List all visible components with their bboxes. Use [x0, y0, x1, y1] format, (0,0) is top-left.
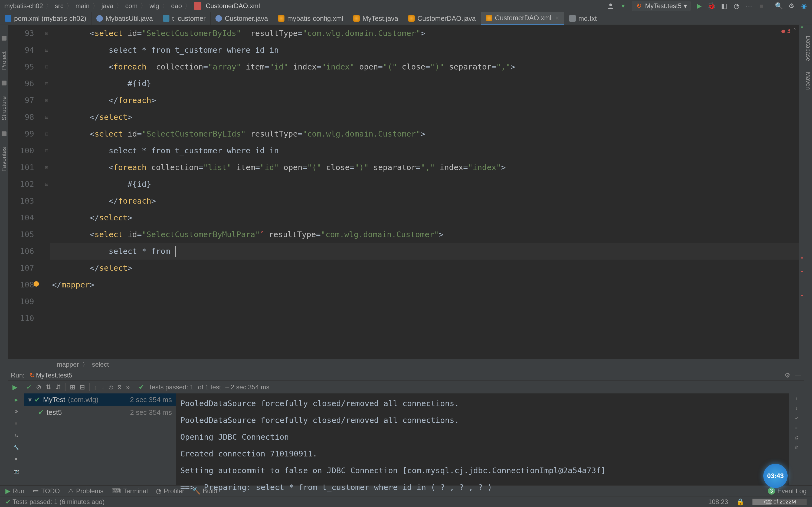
pin-icon[interactable]: ■ [13, 456, 20, 463]
run-icon[interactable]: ▶ [695, 2, 703, 10]
console-line: ==> Preparing: select * from t_customer … [180, 479, 784, 496]
crumb-root[interactable]: mapper [57, 361, 79, 368]
settings-icon[interactable]: ⚙ [788, 2, 795, 10]
scroll-down-icon[interactable]: ↓ [795, 406, 797, 411]
tab-customerdao-java[interactable]: CustomerDAO.java [403, 12, 481, 24]
test-tree-row[interactable]: ✔ test5 2 sec 354 ms [24, 406, 176, 419]
code-line[interactable]: </foreach> [50, 192, 799, 209]
close-icon[interactable]: × [556, 15, 559, 22]
code-line[interactable]: </foreach> [50, 92, 799, 109]
caret-position[interactable]: 108:23 [708, 498, 728, 506]
favorites-tool-tab[interactable]: Favorites [1, 147, 8, 171]
code-editor[interactable]: ● 3 ˆ ˇ 93949596979899100101102103104105… [8, 25, 804, 359]
tab-customer-java[interactable]: Customer.java [211, 12, 273, 24]
tab-pom[interactable]: pom.xml (mybatis-ch02) [0, 12, 92, 24]
gutter[interactable]: 9394959697989910010110210310410510610710… [8, 25, 43, 359]
code-line[interactable]: select * from [50, 243, 799, 260]
tab-mybatis-config[interactable]: mybatis-config.xml [273, 12, 348, 24]
ide-icon[interactable]: ◉ [800, 2, 808, 10]
code-line[interactable]: </select> [50, 109, 799, 125]
memory-indicator[interactable]: 722 of 2022M [753, 499, 807, 505]
breadcrumb[interactable]: mybatis-ch02 〉 src 〉 main 〉 java 〉 com 〉… [4, 2, 607, 10]
code-line[interactable]: #{id} [50, 75, 799, 92]
lock-icon[interactable]: 🔒 [736, 498, 744, 506]
structure-tool-icon[interactable] [2, 80, 6, 86]
run-icon[interactable]: ▶ [12, 383, 17, 391]
code-line[interactable]: <foreach collection="array" item="id" in… [50, 58, 799, 75]
todo-tool-button[interactable]: ≔TODO [33, 487, 60, 495]
search-icon[interactable]: 🔍 [775, 2, 783, 10]
bc-root[interactable]: mybatis-ch02 [4, 2, 43, 10]
favorites-tool-icon[interactable] [2, 131, 6, 136]
bulb-icon[interactable] [34, 281, 39, 287]
tab-mytest[interactable]: MyTest.java [348, 12, 403, 24]
code-line[interactable]: </select> [50, 209, 799, 226]
console-output[interactable]: PooledDataSource forcefully closed/remov… [176, 393, 789, 485]
stop-icon[interactable]: ■ [13, 420, 20, 427]
fold-column[interactable]: ⊟ ⊟⊟ ⊟ ⊟ ⊟⊟ ⊟ ⊟⊟ [43, 25, 50, 359]
history-icon[interactable]: ⧖ [117, 383, 122, 391]
structure-tool-tab[interactable]: Structure [1, 96, 8, 120]
database-tool-tab[interactable]: Database [805, 36, 812, 61]
collapse-all-icon[interactable]: ⊟ [80, 383, 85, 391]
scroll-to-end-icon[interactable]: ≡ [795, 426, 797, 431]
sort-by-duration-icon[interactable]: ⇵ [55, 383, 61, 391]
user-icon[interactable] [607, 2, 614, 10]
settings-icon[interactable]: 🔧 [13, 444, 20, 451]
console-line: Opening JDBC Connection [180, 429, 784, 445]
error-stripe[interactable] [799, 25, 804, 359]
bc-file[interactable]: CustomerDAO.xml [206, 2, 260, 10]
tab-customerdao-xml[interactable]: CustomerDAO.xml× [481, 12, 564, 24]
code-line[interactable]: <foreach collection="list" item="id" ope… [50, 159, 799, 176]
camera-icon[interactable]: 📷 [13, 467, 20, 474]
java-interface-icon [408, 15, 415, 22]
timer-badge[interactable]: 03:43 [763, 464, 788, 488]
export-icon[interactable]: ⎋ [109, 383, 113, 391]
tab-tcustomer[interactable]: t_customer [158, 12, 211, 24]
code-line[interactable]: select * from t_customer where id in [50, 142, 799, 159]
print-icon[interactable]: 🖨 [794, 435, 799, 440]
build-hammer-icon[interactable]: ▾ [619, 2, 627, 10]
more-icon[interactable]: » [126, 383, 130, 391]
problems-tool-button[interactable]: ⚠Problems [68, 487, 103, 495]
show-passed-icon[interactable]: ✓ [26, 383, 32, 391]
attach-icon[interactable]: ⋯ [745, 2, 753, 10]
toggle-auto-icon[interactable]: ⇆ [13, 432, 20, 439]
show-ignored-icon[interactable]: ⊘ [36, 383, 41, 391]
next-icon[interactable]: ↓ [101, 383, 105, 391]
debug-icon[interactable]: 🐞 [708, 2, 715, 10]
tab-mybatisutil[interactable]: MybatisUtil.java [92, 12, 158, 24]
coverage-icon[interactable]: ◧ [720, 2, 728, 10]
soft-wrap-icon[interactable]: ⤶ [795, 415, 798, 421]
gear-icon[interactable]: ⚙ [784, 372, 790, 379]
project-tool-tab[interactable]: Project [1, 51, 8, 70]
stripe-ok-mark [801, 26, 803, 27]
prev-icon[interactable]: ↑ [94, 383, 97, 391]
run-config-dropdown[interactable]: ↻ MyTest.test5 ▾ [632, 1, 691, 11]
test-tree[interactable]: ▾ ✔ MyTest (com.wlg) 2 sec 354 ms ✔ test… [24, 393, 176, 485]
minimize-icon[interactable]: — [795, 372, 801, 379]
tab-mdtxt[interactable]: md.txt [564, 12, 602, 24]
maven-tool-tab[interactable]: Maven [805, 72, 812, 90]
rerun-icon[interactable]: ▶ [13, 396, 20, 403]
scroll-up-icon[interactable]: ↑ [795, 396, 797, 401]
expand-all-icon[interactable]: ⊞ [70, 383, 75, 391]
code-line[interactable]: </select> [50, 260, 799, 276]
sort-icon[interactable]: ⇅ [46, 383, 51, 391]
test-tree-row[interactable]: ▾ ✔ MyTest (com.wlg) 2 sec 354 ms [24, 393, 176, 406]
code-line[interactable]: </mapper> [50, 276, 799, 293]
stop-icon[interactable]: ■ [758, 2, 765, 10]
terminal-tool-button[interactable]: ⌨Terminal [111, 487, 148, 495]
clear-icon[interactable]: 🗑 [794, 445, 799, 450]
code-line[interactable]: <select id="SelectCustomerByLIds" result… [50, 125, 799, 142]
code-line[interactable]: <select id="SelectCustomerByIds" resultT… [50, 25, 799, 42]
project-tool-icon[interactable] [2, 36, 6, 41]
code-line[interactable]: #{id} [50, 176, 799, 192]
run-tool-button[interactable]: ▶Run [5, 487, 24, 495]
code-line[interactable]: <select id="SelectCustomerByMulPara"˅ re… [50, 226, 799, 243]
rerun-failed-icon[interactable]: ⟳ [13, 408, 20, 415]
code-line[interactable]: select * from t_customer where id in [50, 42, 799, 58]
profile-icon[interactable]: ◔ [733, 2, 740, 10]
doc-breadcrumb[interactable]: mapper 〉 select [8, 359, 804, 370]
crumb-child[interactable]: select [92, 361, 109, 368]
